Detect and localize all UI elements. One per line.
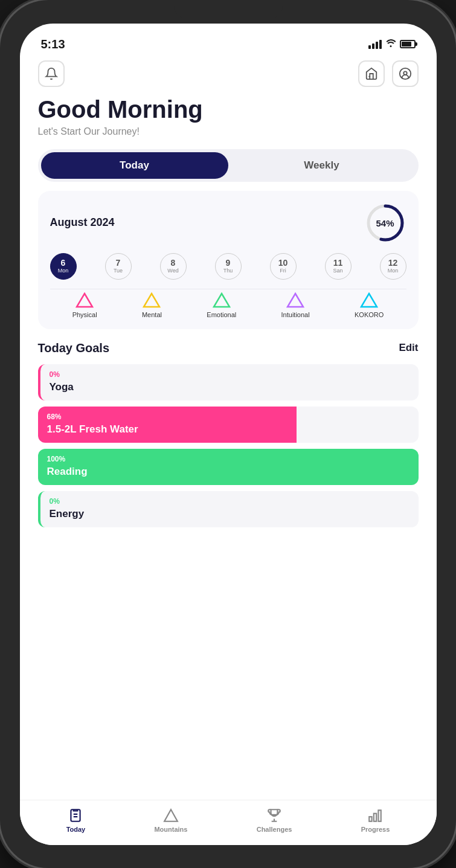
mountain-icon [163,808,179,823]
cat-emotional[interactable]: Emotional [207,292,236,318]
goal-energy[interactable]: 0% Energy [38,491,419,527]
physical-icon [75,292,94,308]
header-right [358,60,419,87]
day-6[interactable]: 6 Mon [50,253,77,280]
goal-reading-name: Reading [47,466,409,478]
goals-title: Today Goals [38,341,110,355]
day-8[interactable]: 8 Wed [160,253,187,280]
bell-button[interactable] [38,60,65,87]
day-12[interactable]: 12 Mon [380,253,406,280]
nav-mountains-label: Mountains [154,826,187,833]
goals-section: Today Goals Edit 0% Yoga 68% 1.5-2L Fres… [20,338,437,800]
goal-yoga-pct: 0% [50,370,409,379]
progress-label: 54% [376,217,394,228]
cat-physical[interactable]: Physical [72,292,97,318]
svg-rect-15 [379,810,381,821]
nav-progress-label: Progress [361,826,390,833]
chart-house-icon [365,67,378,80]
signal-icon [368,40,382,49]
greeting-section: Good Morning Let's Start Our Journey! [20,93,437,146]
status-time: 5:13 [41,37,65,51]
clipboard-icon [68,808,83,823]
nav-today[interactable]: Today [66,808,86,833]
svg-marker-12 [164,809,178,821]
svg-point-1 [399,68,410,79]
battery-icon [400,40,416,48]
nav-progress[interactable]: Progress [361,808,390,833]
goal-yoga[interactable]: 0% Yoga [38,364,419,400]
svg-marker-6 [214,294,230,307]
goals-header: Today Goals Edit [38,341,419,355]
day-7[interactable]: 7 Tue [105,253,132,280]
tab-weekly[interactable]: Weekly [228,152,416,179]
intuitional-icon [286,292,304,308]
greeting-title: Good Morning [38,96,419,123]
goal-water[interactable]: 68% 1.5-2L Fresh Water [38,407,419,443]
nav-mountains[interactable]: Mountains [154,808,187,833]
bottom-nav: Today Mountains Challenges [20,800,437,845]
goal-water-name: 1.5-2L Fresh Water [47,423,409,436]
notch [174,0,283,18]
cat-mental[interactable]: Mental [142,292,162,318]
goal-reading-pct: 100% [47,455,409,463]
user-circle-icon [399,67,412,80]
phone-shell: 5:13 [0,0,456,868]
goal-water-pct: 68% [47,413,409,421]
day-9[interactable]: 9 Thu [215,253,242,280]
svg-marker-7 [287,294,303,307]
svg-rect-14 [374,813,376,821]
calendar-month: August 2024 [50,216,115,229]
chart-house-button[interactable] [358,60,385,87]
tab-switcher: Today Weekly [38,149,419,182]
category-row: Physical Mental Emotional [50,289,406,318]
goal-yoga-name: Yoga [50,381,409,393]
nav-challenges[interactable]: Challenges [257,808,292,833]
progress-circle: 54% [364,202,406,244]
greeting-subtitle: Let's Start Our Journey! [38,126,419,137]
svg-marker-5 [144,294,159,307]
cat-intuitional-label: Intuitional [281,311,310,318]
cat-physical-label: Physical [72,311,97,318]
cat-kokoro-label: KOKORO [355,311,384,318]
cat-mental-label: Mental [142,311,162,318]
nav-today-label: Today [66,826,86,833]
bar-chart-icon [367,808,383,823]
edit-button[interactable]: Edit [399,342,418,354]
cat-emotional-label: Emotional [207,311,236,318]
cat-intuitional[interactable]: Intuitional [281,292,310,318]
calendar-header: August 2024 54% [50,202,406,244]
svg-marker-8 [361,294,377,307]
kokoro-icon [360,292,378,308]
bell-icon [45,67,58,80]
goal-energy-pct: 0% [50,497,409,506]
tab-today[interactable]: Today [41,152,228,179]
wifi-icon [385,39,396,50]
day-11[interactable]: 11 San [325,253,352,280]
phone-screen: 5:13 [20,24,437,845]
goal-reading[interactable]: 100% Reading [38,449,419,485]
cat-kokoro[interactable]: KOKORO [355,292,384,318]
status-bar: 5:13 [20,27,437,54]
svg-marker-4 [77,294,92,307]
profile-button[interactable] [392,60,419,87]
status-icons [368,39,416,50]
day-10[interactable]: 10 Fri [270,253,297,280]
emotional-icon [213,292,231,308]
mental-icon [143,292,161,308]
trophy-icon [266,808,282,823]
days-row: 6 Mon 7 Tue 8 Wed [50,253,406,280]
calendar-card: August 2024 54% 6 Mon [38,191,419,329]
svg-rect-13 [370,817,372,821]
app-header [20,54,437,93]
goal-energy-name: Energy [50,508,409,520]
nav-challenges-label: Challenges [257,826,292,833]
